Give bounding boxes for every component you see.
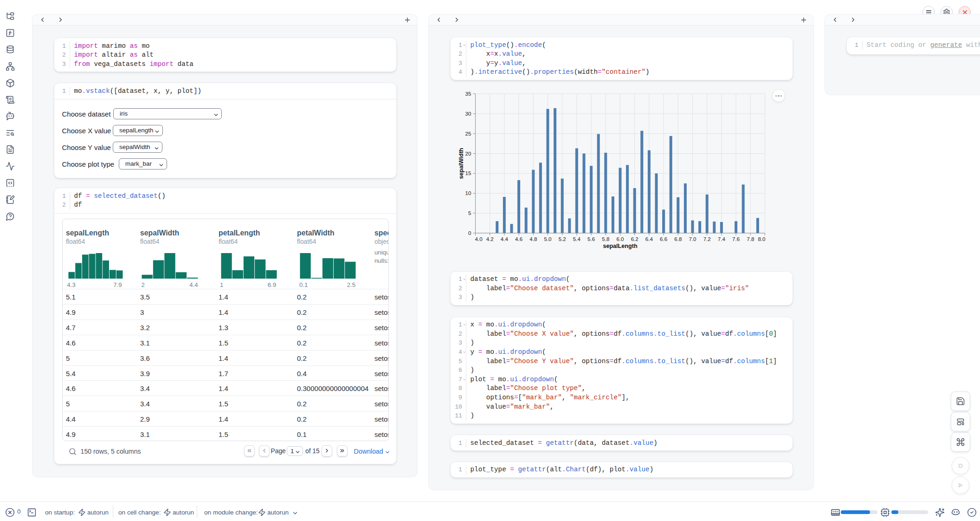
svg-text:4.4: 4.4 (501, 236, 509, 242)
svg-text:6.4: 6.4 (645, 236, 653, 242)
svg-text:5.6: 5.6 (587, 236, 595, 242)
svg-text:15: 15 (465, 170, 471, 176)
svg-text:6.2: 6.2 (631, 236, 638, 242)
svg-text:20: 20 (465, 150, 471, 156)
svg-text:5.4: 5.4 (573, 236, 581, 242)
svg-text:30: 30 (465, 111, 471, 117)
svg-text:7.2: 7.2 (703, 236, 711, 242)
svg-text:7.4: 7.4 (718, 236, 726, 242)
svg-text:7.8: 7.8 (747, 236, 754, 242)
svg-text:7.6: 7.6 (732, 236, 740, 242)
svg-text:4.0: 4.0 (475, 236, 483, 242)
svg-text:6.8: 6.8 (674, 236, 682, 242)
svg-text:35: 35 (465, 91, 471, 97)
svg-text:4.2: 4.2 (486, 236, 494, 242)
svg-text:0: 0 (468, 230, 471, 236)
svg-text:sepalLength: sepalLength (603, 243, 637, 249)
svg-text:7.0: 7.0 (689, 236, 696, 242)
svg-text:8.0: 8.0 (758, 236, 765, 242)
svg-text:25: 25 (465, 130, 471, 137)
svg-text:sepalWidth: sepalWidth (458, 148, 464, 179)
svg-text:4.8: 4.8 (529, 236, 537, 242)
svg-text:6.0: 6.0 (616, 236, 624, 242)
svg-text:6.6: 6.6 (660, 236, 667, 242)
svg-text:5.8: 5.8 (602, 236, 609, 242)
svg-text:5: 5 (468, 210, 471, 216)
svg-text:5.2: 5.2 (559, 236, 566, 242)
svg-text:4.6: 4.6 (515, 236, 522, 242)
svg-text:10: 10 (465, 190, 471, 196)
svg-text:5.0: 5.0 (544, 236, 551, 242)
